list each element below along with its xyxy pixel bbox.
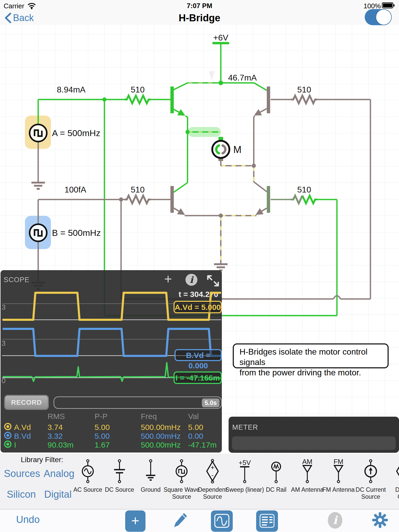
svg-text:+: + xyxy=(210,463,214,471)
col-header-freq: Freq xyxy=(141,412,157,421)
scope-panel[interactable]: SCOPE + i t = 304.270 3 3 0 A.Vd = 5.000… xyxy=(1,270,222,453)
library-filter-label: Library Filter: xyxy=(21,456,63,464)
toggle-knob xyxy=(376,10,391,25)
callout-bvd-text: B.Vd = 0.000 xyxy=(186,351,210,370)
meter-panel[interactable]: METER xyxy=(229,417,399,453)
properties-list-button[interactable] xyxy=(256,510,278,532)
transistor-q3-base-bar[interactable] xyxy=(170,186,174,213)
transistor-q2-base-bar[interactable] xyxy=(267,87,270,113)
info-icon: i xyxy=(333,514,337,527)
callout-bvd[interactable]: B.Vd = 0.000 xyxy=(175,349,222,361)
col-header-rms: RMS xyxy=(48,412,65,421)
dependent-source-icon: + - xyxy=(201,459,224,484)
component-library: Library Filter: Sources Analog Silicon D… xyxy=(0,454,399,509)
svg-text:+5V: +5V xyxy=(239,459,251,467)
callout-avd[interactable]: A.Vd = 5.000 xyxy=(174,301,222,313)
page-title: H-Bridge xyxy=(0,12,399,24)
meter-title: METER xyxy=(232,423,258,431)
am-antenna-icon: AM xyxy=(296,459,319,484)
label-current-b: 100fA xyxy=(64,185,86,194)
record-button[interactable]: RECORD xyxy=(4,395,49,410)
transistor-q1-base-bar[interactable] xyxy=(170,87,174,113)
navigation-bar: Back H-Bridge xyxy=(0,10,399,25)
label-resistor-3: 510 xyxy=(131,185,144,194)
ac-source-icon xyxy=(76,459,99,484)
label-resistor-1: 510 xyxy=(131,85,144,94)
bottom-toolbar: Undo + i xyxy=(0,509,399,532)
edit-pencil-icon[interactable] xyxy=(172,512,188,530)
status-bar: Carrier 7:07 PM 100% xyxy=(0,0,399,10)
dc-rail-icon: +5V xyxy=(233,459,256,484)
label-resistor-2: 510 xyxy=(297,85,311,94)
axis-label-i: 0 xyxy=(2,377,6,385)
col-header-val: Val xyxy=(188,412,199,421)
simulation-toggle[interactable] xyxy=(365,9,392,25)
svg-text:-: - xyxy=(211,471,214,479)
label-source-b: B = 500mHz xyxy=(52,228,101,238)
fm-antenna-icon: FM xyxy=(327,459,350,484)
settings-gear-icon[interactable] xyxy=(371,511,389,529)
meter-empty-slot[interactable] xyxy=(232,436,396,450)
clock-label: 7:07 PM xyxy=(0,2,399,10)
dc-current-source-icon xyxy=(359,459,382,484)
info-button[interactable]: i xyxy=(328,512,342,529)
scope-timeline[interactable]: 5.0s xyxy=(54,396,222,409)
label-resistor-4: 510 xyxy=(297,185,311,194)
record-button-label: RECORD xyxy=(5,396,48,409)
time-window-badge[interactable]: 5.0s xyxy=(202,398,220,407)
sweep-source-icon xyxy=(264,459,288,484)
svg-text:AM: AM xyxy=(302,459,312,466)
dc-source-icon xyxy=(108,459,131,484)
transistor-q4-base-bar[interactable] xyxy=(267,186,270,213)
axis-label-a: 3 xyxy=(2,303,6,311)
label-current-a: 8.94mA xyxy=(57,85,86,94)
square-wave-source-b[interactable] xyxy=(30,224,47,241)
col-header-pp: P-P xyxy=(95,412,108,421)
list-icon xyxy=(259,513,275,528)
label-source-a: A = 500mHz xyxy=(52,128,100,138)
filter-silicon[interactable]: Silicon xyxy=(7,489,36,500)
scope-view-button[interactable] xyxy=(211,510,233,532)
ground-icon xyxy=(139,459,162,484)
battery-icon xyxy=(382,2,395,9)
square-wave-source-icon xyxy=(170,459,193,484)
add-component-button[interactable]: + xyxy=(125,510,145,532)
library-item-partial[interactable]: DepeCur xyxy=(383,459,399,500)
square-wave-source-a[interactable] xyxy=(30,124,47,142)
dependent-current-source-icon xyxy=(391,459,399,484)
callout-i-text: I = -47.166m xyxy=(176,374,220,382)
annotation-note[interactable]: H-Bridges isolate the motor control sign… xyxy=(233,343,389,368)
label-supply: +6V xyxy=(213,33,228,42)
note-line-1: H-Bridges isolate the motor control sign… xyxy=(240,347,382,367)
callout-avd-text: A.Vd = 5.000 xyxy=(175,303,221,311)
note-line-2: from the power driving the motor. xyxy=(240,367,382,378)
label-motor: M xyxy=(233,144,242,155)
axis-label-b: 3 xyxy=(2,339,6,348)
filter-digital[interactable]: Digital xyxy=(44,489,72,500)
waveform-icon xyxy=(214,513,230,528)
filter-sources[interactable]: Sources xyxy=(4,468,40,479)
label-supply-current: 46.7mA xyxy=(228,73,257,82)
undo-button[interactable]: Undo xyxy=(16,514,40,525)
callout-i[interactable]: I = -47.166m xyxy=(174,371,222,384)
plus-icon: + xyxy=(131,513,139,528)
svg-text:FM: FM xyxy=(334,459,343,466)
